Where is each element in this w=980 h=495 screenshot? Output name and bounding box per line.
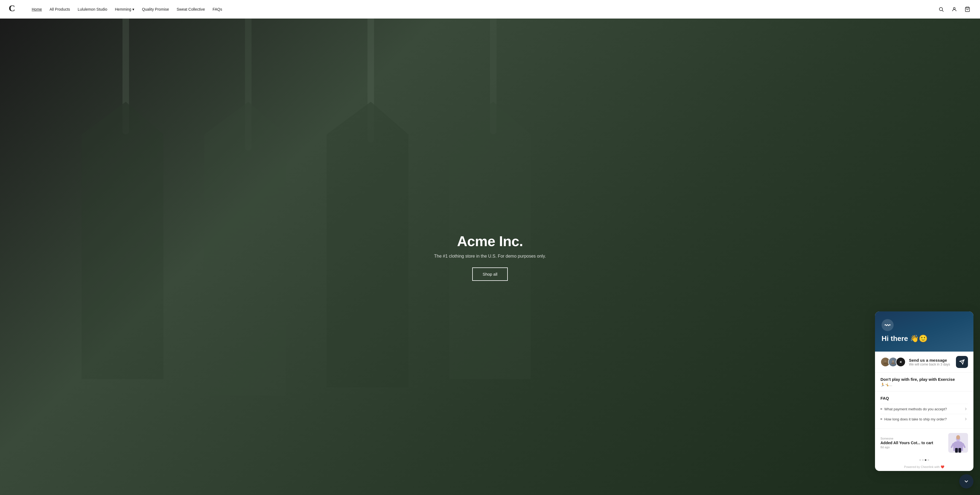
nav-lululemon-studio[interactable]: Lululemon Studio <box>78 7 107 11</box>
hero-content: Acme Inc. The #1 clothing store in the U… <box>434 233 546 281</box>
account-button[interactable] <box>950 5 958 13</box>
chat-widget: Hi there 👋🙂 <box>875 311 974 489</box>
cart-product-image <box>948 433 968 453</box>
faq-dot-2 <box>880 418 882 420</box>
svg-rect-15 <box>955 448 958 453</box>
chat-panel: Hi there 👋🙂 <box>875 311 974 471</box>
nav-sweat-collective[interactable]: Sweat Collective <box>177 7 205 11</box>
faq-item-1[interactable]: What payment methods do you accept? <box>880 404 968 414</box>
chat-send-subtitle: We will come back in 3 days <box>909 363 950 366</box>
chat-message-emoji: 🏃🤸... <box>880 383 968 387</box>
search-button[interactable] <box>937 5 945 13</box>
svg-point-9 <box>892 360 894 363</box>
nav-home[interactable]: Home <box>32 7 42 11</box>
cart-time: 8d ago <box>880 446 933 449</box>
faq-label-2: How long does it take to ship my order? <box>884 417 947 421</box>
svg-point-0 <box>939 7 943 11</box>
chat-send-text: Send us a message We will come back in 3… <box>909 358 950 366</box>
dot-1 <box>919 459 921 461</box>
person-icon <box>951 6 957 12</box>
dot-2 <box>922 459 924 461</box>
dot-4 <box>928 459 929 461</box>
chevron-right-icon-1 <box>964 407 968 411</box>
avatar-group: × <box>880 357 905 367</box>
chat-powered-by: Powered by Cheerlink with ❤️ <box>875 463 974 471</box>
svg-point-8 <box>884 360 886 363</box>
nav-faqs[interactable]: FAQs <box>212 7 222 11</box>
svg-point-2 <box>953 7 955 9</box>
hero-title: Acme Inc. <box>434 233 546 249</box>
nav-links: Home All Products Lululemon Studio Hemmi… <box>32 7 937 11</box>
avatar-person-1 <box>883 359 888 365</box>
search-icon <box>939 6 944 12</box>
chat-toggle-button[interactable] <box>959 474 974 489</box>
svg-point-14 <box>956 435 960 439</box>
logo[interactable]: C <box>9 3 21 15</box>
nav-actions <box>937 5 971 13</box>
nav-quality-promise[interactable]: Quality Promise <box>142 7 169 11</box>
cart-button[interactable] <box>964 5 971 13</box>
chat-pagination-dots <box>875 457 974 463</box>
svg-line-1 <box>942 10 943 11</box>
chat-faq-section: FAQ What payment methods do you accept? … <box>875 392 974 428</box>
nav-hemming[interactable]: Hemming ▾ <box>115 7 134 11</box>
dot-3 <box>925 459 926 461</box>
product-silhouette <box>948 433 968 453</box>
shop-all-button[interactable]: Shop all <box>472 267 508 281</box>
wave-icon <box>884 322 891 328</box>
chat-cart-info: Someone Added All Yours Cot... to cart 8… <box>880 437 933 449</box>
chat-message-section[interactable]: Don't play with fire, play with Exercise… <box>875 373 974 392</box>
faq-dot-1 <box>880 408 882 410</box>
nav-all-products[interactable]: All Products <box>49 7 70 11</box>
chat-send-title: Send us a message <box>909 358 950 363</box>
avatar-person-2 <box>890 359 896 365</box>
hero-subtitle: The #1 clothing store in the U.S. For de… <box>434 254 546 259</box>
chevron-down-icon <box>963 478 969 484</box>
chat-send-button[interactable] <box>956 356 968 368</box>
chat-cart-section[interactable]: Someone Added All Yours Cot... to cart 8… <box>875 428 974 457</box>
chevron-down-icon: ▾ <box>132 7 134 11</box>
chat-send-section[interactable]: × Send us a message We will come back in… <box>875 352 974 373</box>
chat-message-title: Don't play with fire, play with Exercise <box>880 377 968 382</box>
avatar-x: × <box>896 357 905 367</box>
chat-header: Hi there 👋🙂 <box>875 311 974 352</box>
chat-faq-title: FAQ <box>880 396 968 400</box>
svg-rect-16 <box>958 448 961 453</box>
faq-label-1: What payment methods do you accept? <box>884 407 947 411</box>
chat-send-left: × Send us a message We will come back in… <box>880 357 950 367</box>
cart-icon <box>965 6 970 12</box>
faq-item-2[interactable]: How long does it take to ship my order? <box>880 414 968 424</box>
cart-someone: Someone <box>880 437 933 440</box>
chat-greeting: Hi there 👋🙂 <box>881 334 967 343</box>
cart-action: Added All Yours Cot... to cart <box>880 441 933 445</box>
chevron-right-icon-2 <box>964 417 968 421</box>
navbar: C Home All Products Lululemon Studio Hem… <box>0 0 980 19</box>
logo-icon: C <box>9 3 21 15</box>
hero-section: Acme Inc. The #1 clothing store in the U… <box>0 19 980 495</box>
chat-logo-icon <box>881 319 894 331</box>
send-icon <box>959 359 965 365</box>
